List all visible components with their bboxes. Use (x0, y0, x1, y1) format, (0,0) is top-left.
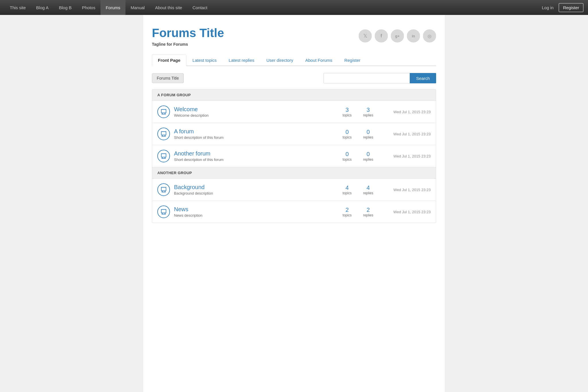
tab-about-forums[interactable]: About Forums (299, 55, 338, 66)
topics-count: 0 (343, 151, 351, 157)
forum-icon (157, 183, 170, 196)
replies-label: replies (363, 135, 373, 139)
site-header: Forums Title Tagline for Forums 𝕏 f g+ i… (152, 26, 436, 47)
replies-label: replies (363, 113, 373, 117)
facebook-icon[interactable]: f (375, 29, 388, 43)
twitter-icon[interactable]: 𝕏 (359, 29, 372, 43)
forum-row: A forum Short description of this forum … (152, 123, 436, 145)
forum-icon (157, 205, 170, 218)
topics-label: topics (343, 113, 351, 117)
tab-latest-topics[interactable]: Latest topics (186, 55, 223, 66)
replies-count: 3 (363, 107, 373, 113)
replies-label: replies (363, 191, 373, 195)
forum-date: Wed Jul 1, 2015 23:23 (385, 132, 431, 136)
replies-stat: 3 replies (363, 107, 373, 117)
forum-icon (157, 128, 170, 140)
forum-name[interactable]: Background (174, 184, 205, 190)
forum-info: News News description (174, 206, 343, 218)
topics-stat: 2 topics (343, 207, 351, 217)
forum-date: Wed Jul 1, 2015 23:23 (385, 210, 431, 214)
forum-description: News description (174, 213, 343, 218)
nav-links: This siteBlog ABlog BPhotosForumsManualA… (5, 0, 539, 15)
replies-stat: 0 replies (363, 129, 373, 139)
forum-name[interactable]: Welcome (174, 106, 198, 112)
topics-label: topics (343, 157, 351, 162)
github-icon[interactable]: ◎ (423, 29, 436, 43)
forum-icon (157, 150, 170, 162)
login-link[interactable]: Log in (539, 5, 556, 10)
tab-register[interactable]: Register (338, 55, 366, 66)
topics-count: 2 (343, 207, 351, 213)
forum-description: Welcome description (174, 113, 343, 118)
toolbar: Forums Title Search (152, 73, 436, 83)
forum-description: Short description of this forum (174, 135, 343, 140)
forums-title: Forums Title (152, 26, 224, 40)
social-icons: 𝕏 f g+ in ◎ (359, 29, 436, 43)
replies-stat: 2 replies (363, 207, 373, 217)
forum-row: Welcome Welcome description 3 topics 3 r… (152, 101, 436, 123)
nav-link-blog-a[interactable]: Blog A (31, 0, 54, 15)
replies-stat: 4 replies (363, 185, 373, 195)
nav-link-this-site[interactable]: This site (5, 0, 31, 15)
topics-count: 4 (343, 185, 351, 191)
google-plus-icon[interactable]: g+ (391, 29, 404, 43)
topics-stat: 4 topics (343, 185, 351, 195)
topics-label: topics (343, 213, 351, 217)
forum-stats: 0 topics 0 replies (343, 129, 373, 139)
tab-user-directory[interactable]: User directory (260, 55, 299, 66)
tab-front-page[interactable]: Front Page (152, 55, 186, 66)
search-button[interactable]: Search (410, 73, 436, 83)
replies-label: replies (363, 213, 373, 217)
forum-name[interactable]: News (174, 206, 188, 212)
forum-info: Another forum Short description of this … (174, 150, 343, 162)
forum-group-header-1: ANOTHER GROUP (152, 167, 436, 179)
nav-link-photos[interactable]: Photos (77, 0, 100, 15)
forum-description: Background description (174, 191, 343, 195)
tagline: Tagline for Forums (152, 42, 224, 47)
replies-count: 2 (363, 207, 373, 213)
tab-latest-replies[interactable]: Latest replies (223, 55, 260, 66)
forum-name[interactable]: A forum (174, 128, 194, 134)
page-wrapper: Forums Title Tagline for Forums 𝕏 f g+ i… (143, 15, 445, 392)
replies-count: 0 (363, 151, 373, 157)
forum-row: Background Background description 4 topi… (152, 179, 436, 201)
nav-link-manual[interactable]: Manual (125, 0, 150, 15)
forum-info: A forum Short description of this forum (174, 128, 343, 140)
nav-link-about-this-site[interactable]: About this site (150, 0, 187, 15)
topics-stat: 0 topics (343, 129, 351, 139)
forum-stats: 3 topics 3 replies (343, 107, 373, 117)
forum-date: Wed Jul 1, 2015 23:23 (385, 154, 431, 158)
replies-label: replies (363, 157, 373, 162)
topics-count: 3 (343, 107, 351, 113)
forum-stats: 0 topics 0 replies (343, 151, 373, 162)
replies-count: 0 (363, 129, 373, 135)
forums-title-badge: Forums Title (152, 73, 184, 83)
forum-name[interactable]: Another forum (174, 150, 210, 157)
linkedin-icon[interactable]: in (407, 29, 420, 43)
site-title-block: Forums Title Tagline for Forums (152, 26, 224, 47)
nav-link-forums[interactable]: Forums (100, 0, 125, 15)
topics-label: topics (343, 135, 351, 139)
forum-stats: 2 topics 2 replies (343, 207, 373, 217)
topics-label: topics (343, 191, 351, 195)
forum-info: Welcome Welcome description (174, 106, 343, 118)
tabs-bar: Front PageLatest topicsLatest repliesUse… (152, 55, 436, 66)
forum-group-header-0: A FORUM GROUP (152, 89, 436, 101)
forum-row: News News description 2 topics 2 replies… (152, 201, 436, 223)
nav-link-contact[interactable]: Contact (187, 0, 212, 15)
replies-count: 4 (363, 185, 373, 191)
search-input[interactable] (324, 73, 410, 83)
search-box: Search (324, 73, 436, 83)
register-link[interactable]: Register (559, 3, 583, 12)
nav-link-blog-b[interactable]: Blog B (54, 0, 77, 15)
nav-right: Log in Register (539, 3, 583, 12)
forum-table: A FORUM GROUP Welcome Welcome descriptio… (152, 89, 436, 223)
forum-icon (157, 105, 170, 118)
topics-stat: 0 topics (343, 151, 351, 162)
forum-date: Wed Jul 1, 2015 23:23 (385, 110, 431, 114)
forum-row: Another forum Short description of this … (152, 145, 436, 167)
forum-date: Wed Jul 1, 2015 23:23 (385, 188, 431, 192)
forum-info: Background Background description (174, 184, 343, 195)
forum-description: Short description of this forum (174, 157, 343, 162)
topics-stat: 3 topics (343, 107, 351, 117)
